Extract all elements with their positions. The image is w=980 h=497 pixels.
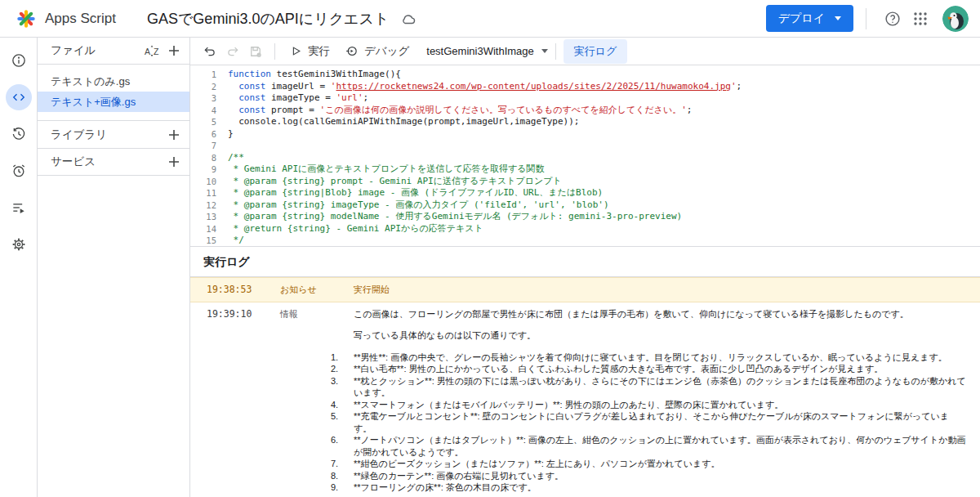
- log-time: 19:39:10: [207, 308, 280, 497]
- code-text: console.log(callGeminiAPIWithImage(promp…: [228, 116, 579, 128]
- svg-text:A: A: [145, 47, 150, 56]
- line-number: 3: [190, 92, 228, 105]
- log-message-list-item: 1.**男性**: 画像の中央で、グレーの長袖シャツを着て仰向けに寝ています。目…: [331, 351, 967, 364]
- execution-log-panel: 実行ログ 19:38:53お知らせ実行開始19:39:10情報この画像は、フロー…: [190, 247, 980, 497]
- help-icon[interactable]: [879, 5, 906, 33]
- code-line[interactable]: 15 */: [190, 235, 980, 247]
- brand-name: Apps Script: [45, 11, 116, 27]
- line-number: 15: [190, 235, 228, 247]
- panel-section[interactable]: サービス: [38, 148, 189, 176]
- project-history-icon[interactable]: [6, 121, 32, 147]
- code-text: const imageUrl = 'https://rocketnews24.c…: [228, 81, 742, 93]
- file-list: テキストのみ.gsテキスト+画像.gs: [38, 65, 189, 120]
- log-message-list-item: 8.**緑色のカーテン**: 画像の右端に見切れています。: [331, 470, 967, 482]
- undo-icon[interactable]: [198, 41, 221, 62]
- line-number: 6: [190, 128, 228, 141]
- deploy-button[interactable]: デプロイ: [766, 5, 853, 32]
- editor-code-icon[interactable]: [6, 84, 32, 110]
- save-project-icon[interactable]: [244, 41, 267, 62]
- file-item[interactable]: テキストのみ.gs: [38, 71, 189, 92]
- execution-log-title: 実行ログ: [190, 247, 980, 277]
- code-text: function testGemini3WithImage(){: [228, 69, 401, 81]
- code-lines: 1function testGemini3WithImage(){2 const…: [190, 69, 980, 247]
- triggers-clock-icon[interactable]: [6, 158, 32, 184]
- code-line[interactable]: 13 * @param {string} modelName - 使用するGem…: [190, 211, 980, 223]
- log-message-list-item: 7.**紺色のビーズクッション（またはソファ）**: 左上にあり、パソコンが置か…: [331, 458, 967, 470]
- debug-label: デバッグ: [364, 44, 409, 59]
- log-message-list-item: 2.**白い毛布**: 男性の上にかかっている、白くてふわふわした質感の大きな毛…: [331, 363, 967, 375]
- divider: [866, 8, 866, 29]
- line-number: 12: [190, 199, 228, 212]
- line-number: 5: [190, 116, 228, 128]
- code-line[interactable]: 1function testGemini3WithImage(){: [190, 69, 980, 81]
- line-number: 2: [190, 81, 228, 93]
- line-number: 11: [190, 187, 228, 199]
- add-icon[interactable]: [167, 154, 181, 169]
- settings-gear-icon[interactable]: [6, 231, 32, 257]
- code-text: * @return {string} - Gemini APIからの応答テキスト: [228, 223, 483, 235]
- line-number: 10: [190, 176, 228, 188]
- line-number: 9: [190, 163, 228, 176]
- code-text: * Gemini APIに画像とテキストプロンプトを送信して応答を取得する関数: [228, 163, 544, 176]
- run-button[interactable]: 実行: [283, 41, 337, 62]
- function-selector[interactable]: testGemini3WithImage: [426, 45, 548, 57]
- line-number: 1: [190, 69, 228, 81]
- sort-az-icon[interactable]: A Z: [144, 43, 160, 58]
- code-line[interactable]: 12 * @param {string} imageType - 画像の入力タイ…: [190, 199, 980, 212]
- function-name: testGemini3WithImage: [426, 45, 534, 57]
- overview-info-icon[interactable]: [6, 47, 32, 74]
- log-message-list-item: 9.**フローリングの床**: 茶色の木目の床です。: [331, 481, 967, 494]
- save-status-cloud-icon: [400, 11, 416, 27]
- run-label: 実行: [308, 44, 330, 59]
- code-line[interactable]: 4 const prompt = 'この画像は何の画像か説明してください。写って…: [190, 105, 980, 117]
- log-message-list-item: 6.**ノートパソコン（またはタブレット）**: 画像の左上、紺色のクッションの…: [331, 434, 967, 458]
- log-message-list-item: 4.**スマートフォン（またはモバイルバッテリー）**: 男性の頭の上のあたり、…: [331, 399, 967, 411]
- log-rows: 19:38:53お知らせ実行開始19:39:10情報この画像は、フローリングの部…: [190, 277, 980, 497]
- log-message: 実行開始: [331, 284, 967, 296]
- files-panel: ファイル A Z テキストのみ.gsテキスト+画像.gs: [38, 38, 190, 497]
- add-file-icon[interactable]: [167, 43, 181, 58]
- line-number: 7: [190, 140, 228, 152]
- debug-button[interactable]: デバッグ: [337, 41, 416, 62]
- main-column: 実行 デバッグ testGemini3WithImage 実行ログ 1funct…: [190, 38, 980, 497]
- files-header: ファイル A Z: [38, 38, 189, 65]
- apps-script-logo-icon[interactable]: [15, 7, 38, 30]
- code-text: * @param {string} imageType - 画像の入力タイプ (…: [228, 199, 609, 212]
- panel-sections: ライブラリサービス: [38, 120, 189, 176]
- code-text: * @param {string} prompt - Gemini APIに送信…: [228, 176, 562, 188]
- code-line[interactable]: 8/**: [190, 152, 980, 164]
- panel-section[interactable]: ライブラリ: [38, 120, 189, 148]
- project-title[interactable]: GASでGemini3.0のAPIにリクエスト: [147, 9, 389, 29]
- section-label: サービス: [51, 154, 96, 169]
- code-text: }: [228, 128, 234, 141]
- execution-log-button[interactable]: 実行ログ: [564, 39, 628, 64]
- log-message-list-item: 3.**枕とクッション**: 男性の頭の下には黒っぽい枕があり、さらにその下には…: [331, 375, 967, 399]
- redo-icon[interactable]: [221, 41, 244, 62]
- file-item[interactable]: テキスト+画像.gs: [38, 92, 189, 112]
- line-number: 4: [190, 105, 228, 117]
- code-line[interactable]: 5 console.log(callGeminiAPIWithImage(pro…: [190, 116, 980, 128]
- line-number: 14: [190, 223, 228, 235]
- code-line[interactable]: 9 * Gemini APIに画像とテキストプロンプトを送信して応答を取得する関…: [190, 163, 980, 176]
- code-line[interactable]: 2 const imageUrl = 'https://rocketnews24…: [190, 81, 980, 93]
- divider: [274, 43, 275, 60]
- code-line[interactable]: 7: [190, 140, 980, 152]
- svg-text:Z: Z: [154, 47, 159, 56]
- code-line[interactable]: 3 const imageType = 'url';: [190, 92, 980, 105]
- code-line[interactable]: 11 * @param {string|Blob} image - 画像 (ドラ…: [190, 187, 980, 199]
- executions-list-icon[interactable]: [6, 195, 32, 221]
- code-text: const imageType = 'url';: [228, 92, 368, 105]
- add-icon[interactable]: [167, 128, 181, 142]
- log-message-list-item: 5.**充電ケーブルとコンセント**: 壁のコンセントに白いプラグが差し込まれて…: [331, 410, 967, 434]
- code-line[interactable]: 6}: [190, 128, 980, 141]
- code-editor[interactable]: 1function testGemini3WithImage(){2 const…: [190, 65, 980, 247]
- code-line[interactable]: 10 * @param {string} prompt - Gemini API…: [190, 176, 980, 188]
- code-line[interactable]: 14 * @return {string} - Gemini APIからの応答テ…: [190, 223, 980, 235]
- log-row: 19:39:10情報この画像は、フローリングの部屋で男性が床に布団（または厚手の…: [190, 302, 980, 497]
- account-avatar[interactable]: [942, 6, 969, 32]
- log-row: 19:38:53お知らせ実行開始: [190, 277, 980, 302]
- topbar: Apps Script GASでGemini3.0のAPIにリクエスト デプロイ: [0, 0, 980, 38]
- apps-grid-icon[interactable]: [906, 5, 934, 33]
- code-text: */: [228, 235, 244, 247]
- log-type: お知らせ: [280, 284, 331, 296]
